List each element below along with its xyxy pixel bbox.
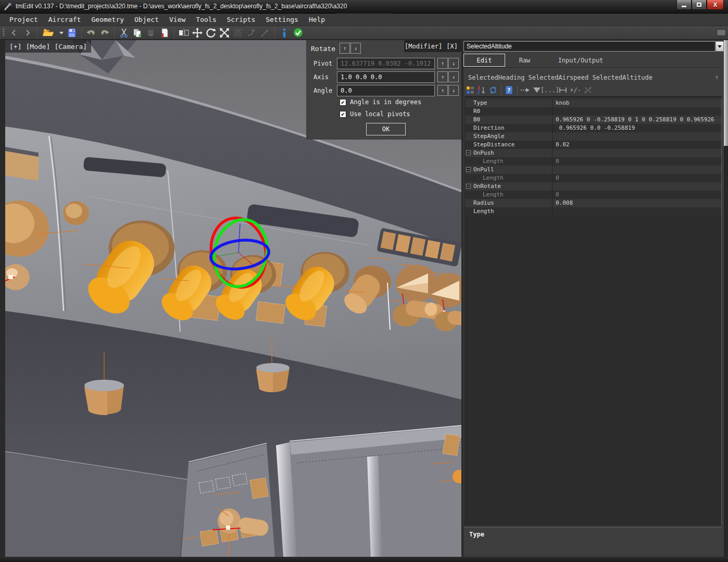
save-icon[interactable] (66, 27, 78, 39)
nav-forward-icon[interactable] (22, 27, 33, 39)
collapse-icon[interactable]: − (466, 184, 471, 189)
overlay-add-button[interactable]: [+] (9, 43, 21, 51)
property-row-b0[interactable]: B00.965926 0 -0.258819 0 1 0 0.258819 0 … (465, 116, 721, 124)
rotate-tool-icon[interactable] (205, 27, 217, 39)
menu-aircraft[interactable]: Aircraft (43, 15, 86, 24)
rotate-axis-up-button[interactable]: ↑ (437, 71, 448, 82)
object-selector-input[interactable] (463, 41, 716, 52)
property-row-onpush[interactable]: −OnPush (465, 149, 721, 157)
plus-minus-icon[interactable]: +/- (569, 85, 582, 95)
length-bar-icon[interactable] (557, 85, 569, 95)
property-row-onpull[interactable]: −OnPull (465, 166, 721, 174)
breadcrumb-up-icon[interactable]: ↑ (715, 73, 719, 81)
help-icon[interactable]: ? (504, 85, 515, 95)
title-bar[interactable]: tmEdit v0.137 - D:\tmedit_projects\a320.… (0, 0, 728, 14)
minimize-button[interactable] (676, 0, 692, 10)
rotate-input-pivot[interactable] (337, 58, 435, 69)
menu-help[interactable]: Help (304, 15, 330, 24)
property-row-length[interactable]: Length0 (465, 157, 721, 166)
collapse-icon[interactable]: − (466, 151, 471, 155)
toolbar-overflow-button[interactable] (717, 29, 726, 36)
toolbar-drag-handle-icon[interactable] (1, 27, 6, 39)
collapse-icon[interactable]: − (466, 167, 471, 172)
rotate-pivot-up-button[interactable]: ↑ (437, 58, 448, 69)
rotate-down-button[interactable]: ↓ (350, 43, 361, 54)
object-selector-dropdown-button[interactable] (716, 41, 724, 52)
tab-edit[interactable]: Edit (463, 54, 505, 67)
menu-tools[interactable]: Tools (191, 15, 221, 24)
property-row-onrotate[interactable]: −OnRotate (465, 182, 721, 191)
viewport-3d[interactable]: [+] [Mode] [Camera] [Modifier] [X] Rotat… (5, 40, 461, 557)
property-grid[interactable]: TypeknobR0B00.965926 0 -0.258819 0 1 0 0… (465, 98, 722, 526)
open-folder-icon[interactable] (41, 27, 57, 39)
property-row-radius[interactable]: Radius0.008 (465, 199, 721, 207)
property-value[interactable] (553, 132, 721, 141)
property-value[interactable]: 0.008 (553, 199, 721, 207)
validate-icon[interactable] (292, 27, 304, 39)
dialog-close-button[interactable]: [X] (446, 43, 458, 50)
property-value[interactable] (553, 207, 721, 216)
paste-icon[interactable] (145, 27, 157, 39)
property-row-direction[interactable]: Direction 0.965926 0.0 -0.258819 (465, 124, 721, 132)
property-value[interactable]: 0.02 (553, 141, 721, 149)
property-value[interactable] (553, 107, 721, 116)
property-value[interactable]: 0 (553, 157, 721, 166)
cut-icon[interactable] (118, 27, 130, 39)
property-row-stepangle[interactable]: StepAngle (465, 132, 721, 141)
nav-back-icon[interactable] (8, 27, 20, 39)
property-row-stepdistance[interactable]: StepDistance0.02 (465, 141, 721, 149)
export-document-icon[interactable] (159, 27, 170, 39)
property-value[interactable]: 0 (553, 174, 721, 182)
property-value[interactable]: 0.965926 0.0 -0.258819 (553, 124, 721, 132)
close-button[interactable]: X (707, 0, 724, 10)
rotate-up-button[interactable]: ↑ (340, 43, 350, 54)
menu-object[interactable]: Object (129, 15, 164, 24)
rotate-input-angle[interactable] (337, 85, 435, 96)
breadcrumb[interactable]: SelectedHeading SelectedAirspeed Selecte… (468, 74, 652, 81)
property-value[interactable]: knob (553, 99, 721, 107)
mirror-icon[interactable] (178, 27, 190, 39)
overlay-mode-button[interactable]: [Mode] (26, 43, 50, 51)
property-row-length[interactable]: Length (465, 207, 721, 216)
rotate-angle-up-button[interactable]: ↑ (437, 85, 448, 96)
maximize-button[interactable] (692, 0, 707, 10)
overlay-camera-button[interactable]: [Camera] (54, 43, 87, 51)
property-row-r0[interactable]: R0 (465, 107, 721, 116)
menu-scripts[interactable]: Scripts (221, 15, 260, 24)
follow-arrow-icon[interactable] (520, 85, 531, 95)
rotate-axis-down-button[interactable]: ↓ (448, 71, 459, 82)
menu-view[interactable]: View (164, 15, 191, 24)
rotate-pivot-down-button[interactable]: ↓ (448, 58, 459, 69)
panel-scrollbar[interactable] (724, 40, 728, 557)
refresh-icon[interactable] (487, 85, 499, 95)
rotate-input-axis[interactable] (337, 71, 435, 83)
menu-project[interactable]: Project (4, 15, 43, 24)
property-row-type[interactable]: Typeknob (465, 99, 721, 107)
info-icon[interactable] (279, 27, 290, 39)
menu-geometry[interactable]: Geometry (86, 15, 129, 24)
property-value[interactable] (553, 166, 721, 174)
ellipsis-icon[interactable]: [...] (543, 85, 557, 95)
move-icon[interactable] (192, 27, 203, 39)
property-value[interactable]: 0 (553, 191, 721, 199)
tab-input-output[interactable]: Input/Output (544, 54, 617, 67)
categorized-icon[interactable] (465, 85, 476, 95)
checkbox-icon[interactable]: ✔ (340, 99, 346, 106)
checkbox-icon[interactable]: ✔ (340, 111, 346, 118)
tab-raw[interactable]: Raw (505, 54, 544, 67)
copy-icon[interactable] (132, 27, 143, 39)
property-row-length[interactable]: Length0 (465, 191, 721, 199)
checkbox-use-local-pivots[interactable]: ✔Use local pivots (340, 110, 410, 118)
property-row-length[interactable]: Length0 (465, 174, 721, 182)
menu-settings[interactable]: Settings (260, 15, 304, 24)
sort-az-icon[interactable]: A Z (476, 85, 487, 95)
scale-icon[interactable] (219, 27, 230, 39)
redo-icon[interactable] (99, 27, 110, 39)
undo-icon[interactable] (85, 27, 97, 39)
property-value[interactable]: 0.965926 0 -0.258819 0 1 0 0.258819 0 0.… (553, 116, 721, 124)
property-value[interactable] (553, 182, 721, 191)
open-caret-icon[interactable] (59, 27, 64, 39)
checkbox-angle-is-in-degrees[interactable]: ✔Angle is in degrees (340, 98, 421, 106)
property-value[interactable] (553, 149, 721, 157)
rotate-angle-down-button[interactable]: ↓ (448, 85, 459, 96)
